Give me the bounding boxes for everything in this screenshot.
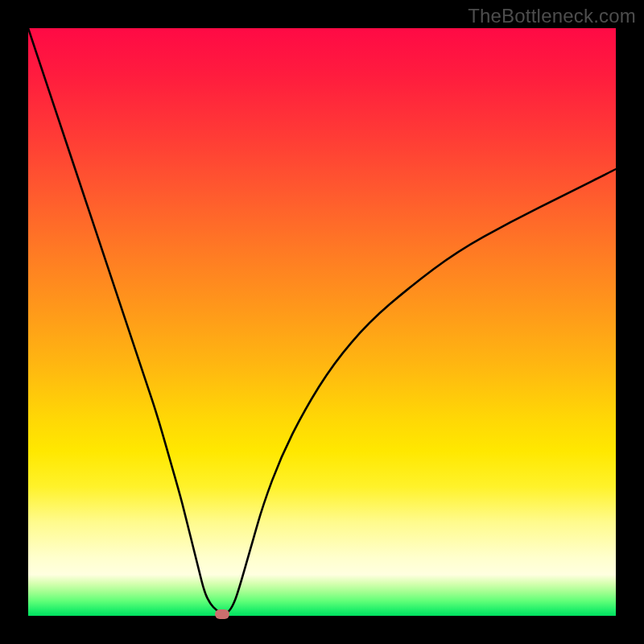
bottleneck-curve — [28, 28, 616, 616]
chart-frame: TheBottleneck.com — [0, 0, 644, 644]
minimum-marker — [215, 609, 229, 619]
watermark-text: TheBottleneck.com — [468, 5, 636, 27]
plot-area — [28, 28, 616, 616]
